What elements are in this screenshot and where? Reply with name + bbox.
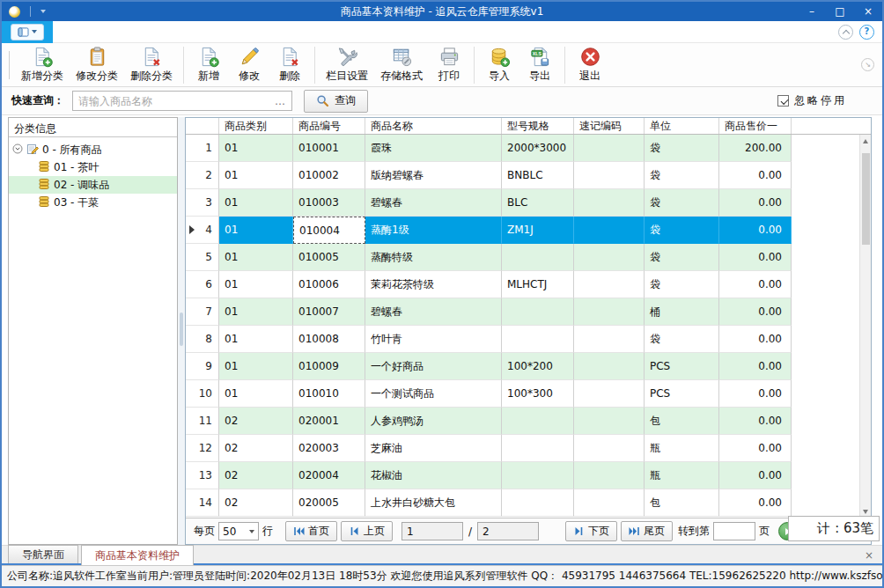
cell[interactable]: 010004 [293, 217, 365, 244]
cell[interactable] [502, 489, 574, 517]
edit-category-button[interactable]: 修改分类 [70, 45, 124, 85]
cell[interactable]: 瓶 [645, 462, 719, 489]
table-row[interactable]: 701010007碧螺春桶0.00 [186, 298, 871, 326]
cell[interactable]: PCS [645, 353, 719, 380]
cell[interactable]: 01 [219, 353, 293, 380]
cell[interactable]: ZM1J [502, 217, 574, 244]
cell[interactable]: 02 [219, 462, 293, 489]
cell[interactable]: 瓶 [645, 435, 719, 462]
cell[interactable]: 020004 [293, 462, 365, 489]
tree-expander-icon[interactable] [12, 143, 23, 157]
cell[interactable]: 上水井白砂糖大包 [365, 489, 502, 517]
ignore-disabled-checkbox[interactable] [777, 95, 789, 107]
cell[interactable]: BLC [502, 189, 574, 217]
cell[interactable]: 010008 [293, 326, 365, 353]
cell[interactable]: 200.00 [719, 135, 792, 162]
cell[interactable]: 01 [219, 380, 293, 408]
cell[interactable]: 袋 [645, 162, 719, 189]
cell[interactable]: 010003 [293, 189, 365, 217]
cell[interactable]: 02 [219, 435, 293, 462]
cell[interactable]: BNBLC [502, 162, 574, 189]
column-header[interactable]: 商品名称 [365, 118, 502, 134]
cell[interactable]: 袋 [645, 326, 719, 353]
cell[interactable]: 桶 [645, 298, 719, 326]
cell[interactable]: 0.00 [719, 353, 792, 380]
cell[interactable]: 竹叶青 [365, 326, 502, 353]
cell[interactable]: 0.00 [719, 298, 792, 326]
cell[interactable] [574, 189, 645, 217]
cell[interactable]: 霞珠 [365, 135, 502, 162]
cell[interactable]: 0.00 [719, 380, 792, 408]
cell[interactable]: 0.00 [719, 435, 792, 462]
cell[interactable] [574, 408, 645, 435]
close-button[interactable]: × [854, 2, 882, 21]
cell[interactable]: PCS [645, 380, 719, 408]
cell[interactable] [502, 462, 574, 489]
cell[interactable]: 一个好商品 [365, 353, 502, 380]
cell[interactable] [574, 162, 645, 189]
cell[interactable]: 010005 [293, 244, 365, 271]
cell[interactable]: 0.00 [719, 326, 792, 353]
panel-splitter[interactable] [178, 117, 185, 545]
minimize-button[interactable]: – [798, 2, 826, 21]
column-settings-button[interactable]: 栏目设置 [320, 45, 374, 85]
cell[interactable]: 01 [219, 271, 293, 298]
collapse-ribbon-button[interactable] [838, 25, 853, 40]
storage-format-button[interactable]: 存储格式 [374, 45, 429, 85]
cell[interactable]: 0.00 [719, 462, 792, 489]
cell[interactable]: 01 [219, 189, 293, 217]
search-ellipsis-button[interactable]: … [275, 95, 291, 107]
cell[interactable]: 020001 [293, 408, 365, 435]
tab-product-maintenance[interactable]: 商品基本资料维护 [81, 545, 194, 565]
maximize-button[interactable]: □ [826, 2, 854, 21]
cell[interactable] [574, 244, 645, 271]
cell[interactable] [574, 135, 645, 162]
current-page-input[interactable] [401, 522, 463, 540]
delete-category-button[interactable]: 删除分类 [124, 45, 179, 85]
table-row[interactable]: 901010009一个好商品100*200PCS0.00 [186, 353, 871, 380]
cell[interactable]: 蒸酶特级 [365, 244, 502, 271]
cell[interactable]: 0.00 [719, 408, 792, 435]
column-header[interactable]: 商品类别 [219, 118, 293, 134]
table-row[interactable]: 801010008竹叶青袋0.00 [186, 326, 871, 353]
cell[interactable] [502, 435, 574, 462]
table-row[interactable]: 501010005蒸酶特级袋0.00 [186, 244, 871, 271]
tab-close-icon[interactable]: × [865, 549, 873, 562]
cell[interactable]: 袋 [645, 135, 719, 162]
tree-item[interactable]: 0 - 所有商品 [9, 141, 177, 158]
table-row[interactable]: 1001010010一个测试商品100*300PCS0.00 [186, 380, 871, 408]
cell[interactable] [574, 217, 645, 244]
tree-item[interactable]: 01 - 茶叶 [9, 158, 177, 176]
cell[interactable]: 花椒油 [365, 462, 502, 489]
cell[interactable]: 0.00 [719, 489, 792, 517]
cell[interactable]: 0.00 [719, 271, 792, 298]
cell[interactable] [574, 462, 645, 489]
cell[interactable]: 02 [219, 489, 293, 517]
table-row[interactable]: 601010006茉莉花茶特级MLHCTJ袋0.00 [186, 271, 871, 298]
cell[interactable]: MLHCTJ [502, 271, 574, 298]
add-category-button[interactable]: 新增分类 [15, 45, 70, 85]
cell[interactable]: 010007 [293, 298, 365, 326]
cell[interactable]: 人参鸡鸭汤 [365, 408, 502, 435]
cell[interactable]: 蒸酶1级 [365, 217, 502, 244]
ignore-disabled-option[interactable]: 忽略停用 [777, 93, 847, 108]
last-page-button[interactable]: 尾页 [621, 521, 673, 541]
cell[interactable]: 0.00 [719, 189, 792, 217]
cell[interactable]: 茉莉花茶特级 [365, 271, 502, 298]
scroll-up-icon[interactable] [860, 135, 871, 147]
prev-page-button[interactable]: 上页 [341, 521, 393, 541]
cell[interactable]: 0.00 [719, 217, 792, 244]
goto-page-input[interactable] [713, 522, 755, 540]
column-header[interactable]: 商品编号 [293, 118, 365, 134]
cell[interactable] [574, 380, 645, 408]
column-header[interactable]: 单位 [645, 118, 719, 134]
table-row[interactable]: 301010003碧螺春BLC袋0.00 [186, 189, 871, 217]
table-row[interactable]: 1202020003芝麻油瓶0.00 [186, 435, 871, 462]
column-header[interactable]: 速记编码 [574, 118, 645, 134]
vertical-scrollbar[interactable] [859, 135, 871, 518]
cell[interactable]: 01 [219, 217, 293, 244]
print-button[interactable]: 打印 [429, 45, 469, 85]
column-header[interactable]: 型号规格 [502, 118, 574, 134]
cell[interactable]: 袋 [645, 217, 719, 244]
first-page-button[interactable]: 首页 [285, 521, 337, 541]
